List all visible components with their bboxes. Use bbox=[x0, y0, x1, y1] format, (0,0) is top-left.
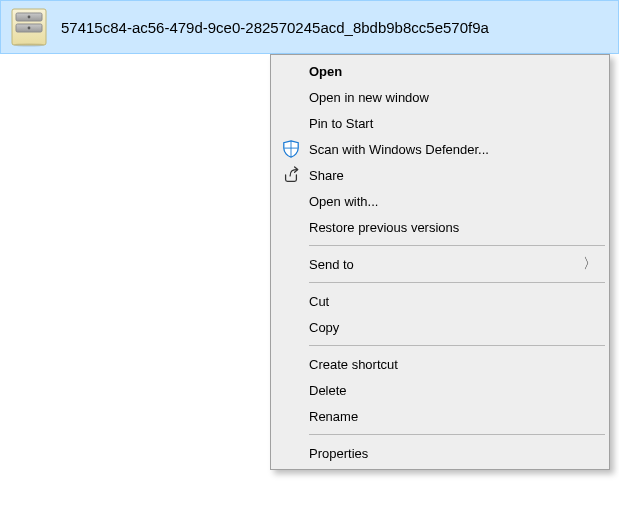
context-menu: Open Open in new window Pin to Start Sca… bbox=[270, 54, 610, 470]
menu-separator bbox=[309, 434, 605, 435]
svg-point-5 bbox=[14, 43, 44, 47]
menu-create-shortcut[interactable]: Create shortcut bbox=[273, 351, 607, 377]
menu-restore-previous[interactable]: Restore previous versions bbox=[273, 214, 607, 240]
file-name-label: 57415c84-ac56-479d-9ce0-282570245acd_8bd… bbox=[61, 19, 612, 36]
menu-label: Open with... bbox=[309, 194, 597, 209]
cab-file-icon bbox=[7, 5, 51, 49]
menu-label: Cut bbox=[309, 294, 597, 309]
menu-label: Copy bbox=[309, 320, 597, 335]
menu-scan-defender[interactable]: Scan with Windows Defender... bbox=[273, 136, 607, 162]
menu-rename[interactable]: Rename bbox=[273, 403, 607, 429]
menu-open[interactable]: Open bbox=[273, 58, 607, 84]
menu-delete[interactable]: Delete bbox=[273, 377, 607, 403]
svg-point-2 bbox=[28, 16, 31, 19]
file-item[interactable]: 57415c84-ac56-479d-9ce0-282570245acd_8bd… bbox=[0, 0, 619, 54]
menu-label: Rename bbox=[309, 409, 597, 424]
menu-label: Send to bbox=[309, 257, 583, 272]
menu-open-new-window[interactable]: Open in new window bbox=[273, 84, 607, 110]
share-icon bbox=[273, 166, 309, 184]
menu-label: Create shortcut bbox=[309, 357, 597, 372]
menu-separator bbox=[309, 345, 605, 346]
menu-properties[interactable]: Properties bbox=[273, 440, 607, 466]
menu-pin-to-start[interactable]: Pin to Start bbox=[273, 110, 607, 136]
chevron-right-icon: 〉 bbox=[583, 255, 597, 273]
menu-label: Delete bbox=[309, 383, 597, 398]
menu-label: Restore previous versions bbox=[309, 220, 597, 235]
menu-label: Properties bbox=[309, 446, 597, 461]
menu-share[interactable]: Share bbox=[273, 162, 607, 188]
shield-defender-icon bbox=[273, 140, 309, 158]
menu-label: Open bbox=[309, 64, 597, 79]
menu-label: Share bbox=[309, 168, 597, 183]
menu-label: Scan with Windows Defender... bbox=[309, 142, 597, 157]
menu-label: Open in new window bbox=[309, 90, 597, 105]
menu-separator bbox=[309, 282, 605, 283]
menu-separator bbox=[309, 245, 605, 246]
svg-point-4 bbox=[28, 27, 31, 30]
menu-cut[interactable]: Cut bbox=[273, 288, 607, 314]
menu-send-to[interactable]: Send to 〉 bbox=[273, 251, 607, 277]
menu-label: Pin to Start bbox=[309, 116, 597, 131]
menu-copy[interactable]: Copy bbox=[273, 314, 607, 340]
menu-open-with[interactable]: Open with... bbox=[273, 188, 607, 214]
